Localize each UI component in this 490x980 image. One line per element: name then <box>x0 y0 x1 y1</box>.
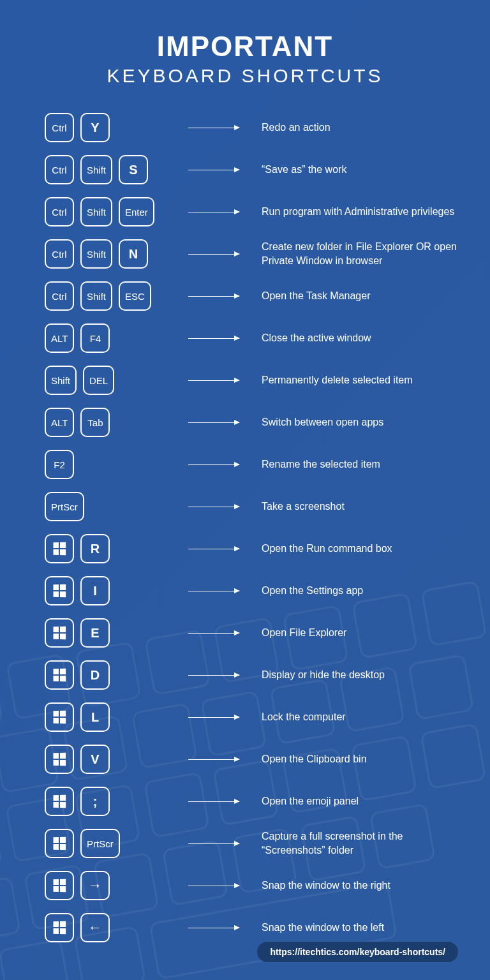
key-cap: ; <box>80 787 110 816</box>
maps-to-arrow-icon <box>179 507 249 507</box>
arrow-right-key-icon: → <box>80 871 110 900</box>
windows-key-icon <box>45 702 74 732</box>
arrow-left-key-icon: ← <box>80 913 110 942</box>
key-cap: S <box>119 155 148 184</box>
shortcuts-list: CtrlYRedo an actionCtrlShiftS“Save as” t… <box>0 112 490 943</box>
maps-to-arrow-icon <box>179 422 249 423</box>
key-cap: L <box>80 702 110 732</box>
shortcut-description: Capture a full screenshot in the “Screen… <box>249 829 458 857</box>
shortcut-row: ShiftDELPermanently delete selected item <box>45 365 458 396</box>
shortcut-row: LLock the computer <box>45 702 458 732</box>
shortcut-row: DDisplay or hide the desktop <box>45 660 458 690</box>
maps-to-arrow-icon <box>179 212 249 212</box>
header: IMPORTANT KEYBOARD SHORTCUTS <box>0 0 490 112</box>
key-combo: CtrlShiftS <box>45 155 179 184</box>
key-combo: E <box>45 618 179 648</box>
windows-logo-icon <box>54 669 66 682</box>
key-combo: CtrlShiftEnter <box>45 197 179 226</box>
key-cap: R <box>80 534 110 563</box>
key-combo: PrtScr <box>45 829 179 858</box>
footer-url: https://itechtics.com/keyboard-shortcuts… <box>257 942 458 962</box>
key-cap: ALT <box>45 408 74 437</box>
shortcut-description: Redo an action <box>249 121 458 135</box>
key-cap: PrtScr <box>80 829 120 858</box>
windows-key-icon <box>45 660 74 690</box>
shortcut-row: →Snap the window to the right <box>45 870 458 901</box>
windows-key-icon <box>45 871 74 900</box>
key-cap: ESC <box>119 281 151 311</box>
key-cap: F2 <box>45 450 74 479</box>
key-combo: CtrlShiftESC <box>45 281 179 311</box>
key-cap: Shift <box>45 366 77 395</box>
shortcut-row: VOpen the Clipboard bin <box>45 744 458 775</box>
key-cap: Ctrl <box>45 239 74 269</box>
windows-logo-icon <box>54 584 66 598</box>
key-cap: Shift <box>80 239 112 269</box>
key-cap: E <box>80 618 110 648</box>
shortcut-description: Open the Clipboard bin <box>249 752 458 766</box>
windows-logo-icon <box>54 711 66 724</box>
windows-logo-icon <box>54 753 66 766</box>
key-cap: Tab <box>80 408 110 437</box>
key-cap: I <box>80 576 110 605</box>
shortcut-description: “Save as” the work <box>249 163 458 177</box>
windows-key-icon <box>45 576 74 605</box>
windows-key-icon <box>45 913 74 942</box>
shortcut-description: Open File Explorer <box>249 626 458 640</box>
key-cap: Ctrl <box>45 281 74 311</box>
maps-to-arrow-icon <box>179 591 249 591</box>
shortcut-row: PrtScrTake a screenshot <box>45 491 458 522</box>
shortcut-row: CtrlShiftESCOpen the Task Manager <box>45 281 458 311</box>
maps-to-arrow-icon <box>179 675 249 676</box>
shortcut-row: CtrlShiftS“Save as” the work <box>45 154 458 185</box>
key-cap: Ctrl <box>45 113 74 142</box>
key-combo: V <box>45 745 179 774</box>
key-cap: Shift <box>80 197 112 226</box>
shortcut-row: PrtScrCapture a full screenshot in the “… <box>45 828 458 859</box>
key-combo: F2 <box>45 450 179 479</box>
windows-key-icon <box>45 618 74 648</box>
key-cap: D <box>80 660 110 690</box>
maps-to-arrow-icon <box>179 549 249 549</box>
key-cap: N <box>119 239 148 269</box>
key-combo: ALTTab <box>45 408 179 437</box>
maps-to-arrow-icon <box>179 338 249 339</box>
key-combo: I <box>45 576 179 605</box>
shortcut-description: Snap the window to the left <box>249 921 458 935</box>
shortcut-description: Close the active window <box>249 331 458 345</box>
shortcut-description: Switch between open apps <box>249 415 458 429</box>
windows-logo-icon <box>54 879 66 893</box>
title-line-1: IMPORTANT <box>0 31 490 63</box>
key-cap: Enter <box>119 197 154 226</box>
key-combo: → <box>45 871 179 900</box>
maps-to-arrow-icon <box>179 801 249 802</box>
key-combo: L <box>45 702 179 732</box>
shortcut-row: ROpen the Run command box <box>45 533 458 564</box>
key-cap: Shift <box>80 281 112 311</box>
shortcut-row: ALTTabSwitch between open apps <box>45 407 458 438</box>
windows-logo-icon <box>54 921 66 935</box>
shortcut-description: Open the Run command box <box>249 542 458 556</box>
shortcut-description: Snap the window to the right <box>249 879 458 893</box>
maps-to-arrow-icon <box>179 717 249 718</box>
shortcut-description: Lock the computer <box>249 710 458 724</box>
key-cap: PrtScr <box>45 492 84 521</box>
shortcut-description: Create new folder in File Explorer OR op… <box>249 240 458 267</box>
shortcut-row: CtrlShiftNCreate new folder in File Expl… <box>45 239 458 269</box>
maps-to-arrow-icon <box>179 254 249 255</box>
key-combo: ← <box>45 913 179 942</box>
key-cap: V <box>80 745 110 774</box>
shortcut-row: ALTF4Close the active window <box>45 323 458 353</box>
key-cap: F4 <box>80 323 110 353</box>
shortcut-row: EOpen File Explorer <box>45 618 458 648</box>
key-combo: PrtScr <box>45 492 179 521</box>
key-cap: Y <box>80 113 110 142</box>
maps-to-arrow-icon <box>179 380 249 381</box>
key-combo: D <box>45 660 179 690</box>
title-line-2: KEYBOARD SHORTCUTS <box>0 65 490 87</box>
shortcut-row: ←Snap the window to the left <box>45 912 458 943</box>
shortcut-row: CtrlYRedo an action <box>45 112 458 143</box>
windows-logo-icon <box>54 795 66 808</box>
key-cap: Ctrl <box>45 155 74 184</box>
arrow-left-icon: ← <box>88 921 102 935</box>
